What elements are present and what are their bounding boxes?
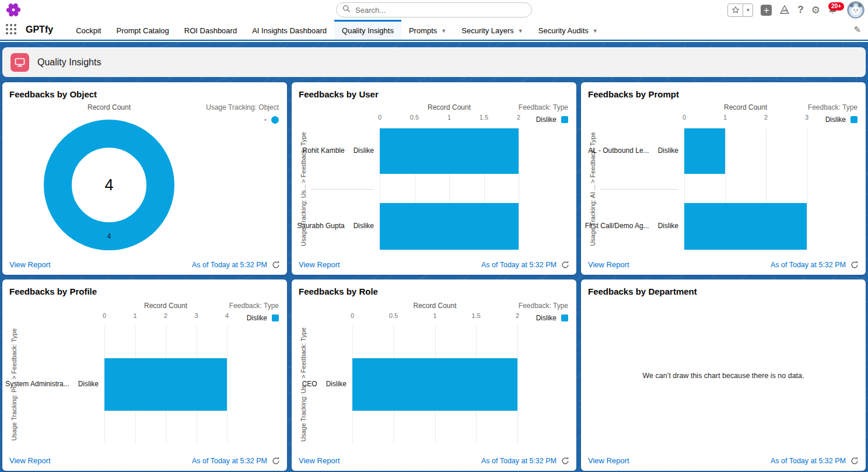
legend-item[interactable]: Dislike <box>247 314 279 322</box>
category-label: AL - Outbound Le...Dislike <box>581 146 678 155</box>
series-name: Dislike <box>354 146 374 155</box>
tab-security-layers[interactable]: Security Layers▼ <box>454 20 531 40</box>
refresh-icon[interactable] <box>850 261 859 269</box>
legend-title: Usage Tracking: Object <box>206 103 279 111</box>
refresh-icon[interactable] <box>561 457 569 465</box>
gridline <box>517 325 518 443</box>
category-name: First Call/Demo Ag... <box>585 222 649 230</box>
tab-quality-insights[interactable]: Quality Insights <box>334 20 401 40</box>
view-report-link[interactable]: View Report <box>299 260 340 269</box>
global-actions-button[interactable]: + <box>761 5 772 16</box>
view-report-link[interactable]: View Report <box>9 260 51 269</box>
axis-tick-label: 1 <box>133 312 136 319</box>
legend-item[interactable]: Dislike <box>825 116 858 124</box>
category-name: Rohit Kamble <box>303 146 345 155</box>
legend-swatch-square <box>561 314 568 321</box>
tab-roi-dashboard[interactable]: ROI Dashboard <box>177 20 244 40</box>
search-icon <box>342 5 351 15</box>
axis-tick-label: 0.5 <box>389 312 398 319</box>
card-footer: View Report As of Today at 5:32 PM <box>299 260 569 269</box>
category-name: CEO <box>302 380 317 388</box>
refresh-icon[interactable] <box>850 457 859 465</box>
gridline <box>807 128 807 250</box>
card-feedbacks-by-prompt: Feedbacks by Prompt Record CountFeedback… <box>581 82 866 275</box>
category-label: First Call/Demo Ag...Dislike <box>581 222 678 230</box>
app-name: GPTfy <box>26 25 53 35</box>
card-feedbacks-by-role: Feedbacks by Role Record CountFeedback: … <box>292 279 576 471</box>
legend-label: - <box>264 116 267 124</box>
view-report-link[interactable]: View Report <box>299 456 340 465</box>
axis-tick-label: 1 <box>447 114 451 121</box>
axis-tick-label: 0.5 <box>410 114 419 121</box>
series-name: Dislike <box>658 222 678 230</box>
legend-title: Feedback: Type <box>808 103 858 111</box>
tab-prompts[interactable]: Prompts▼ <box>401 20 454 40</box>
header-utility-icons: ▼ + ? ⚙ 20+ <box>727 0 864 20</box>
gridline <box>519 128 519 250</box>
favorites-star-button[interactable] <box>727 4 743 17</box>
bar-chart: Record CountFeedback: TypeDislikeUsage T… <box>292 82 576 275</box>
page-title: Quality Insights <box>37 57 101 68</box>
refresh-icon[interactable] <box>561 261 569 269</box>
setup-gear-icon[interactable]: ⚙ <box>811 4 820 16</box>
tab-cockpit[interactable]: Cockpit <box>68 20 108 40</box>
legend-title: Feedback: Type <box>519 302 568 310</box>
axis-tick-label: 3 <box>194 312 198 319</box>
axis-tick-label: 3 <box>805 114 808 121</box>
legend-item[interactable]: Dislike <box>536 116 568 124</box>
legend-item[interactable]: Dislike <box>536 314 568 322</box>
guidance-icon[interactable] <box>779 5 790 15</box>
card-feedbacks-by-user: Feedbacks by User Record CountFeedback: … <box>292 82 576 275</box>
app-nav-bar: GPTfy CockpitPrompt CatalogROI Dashboard… <box>0 20 868 41</box>
as-of-timestamp: As of Today at 5:32 PM <box>192 261 267 269</box>
refresh-icon[interactable] <box>272 261 280 269</box>
axis-tick-label: 2 <box>164 312 167 319</box>
favorites-dropdown-button[interactable]: ▼ <box>743 4 753 17</box>
bar-first-call-demo-ag-[interactable] <box>684 203 807 250</box>
dashboard-grid: Feedbacks by Object Record CountUsage Tr… <box>2 82 866 471</box>
axis-tick-label: 1.5 <box>480 114 488 121</box>
tab-ai-insights-dashboard[interactable]: AI Insights Dashboard <box>244 20 334 40</box>
refresh-icon[interactable] <box>272 457 280 465</box>
bar-saurabh-gupta[interactable] <box>380 203 519 250</box>
user-avatar[interactable] <box>847 1 864 19</box>
category-label: Saurabh GuptaDislike <box>292 222 374 230</box>
donut-total-value: 4 <box>104 176 113 194</box>
legend-swatch-circle <box>271 116 279 124</box>
category-label: System Administra...Dislike <box>2 380 99 388</box>
axis-tick-label: 1 <box>433 312 436 319</box>
category-divider <box>600 189 678 190</box>
legend-label: Dislike <box>825 116 846 124</box>
bar-rohit-kamble[interactable] <box>380 128 519 174</box>
edit-nav-pencil-icon[interactable]: ✎ <box>853 25 861 35</box>
card-footer: View Report As of Today at 5:32 PM <box>9 456 280 465</box>
category-divider <box>311 189 374 190</box>
axis-tick-label: 0 <box>378 114 382 121</box>
legend-label: Dislike <box>247 314 267 322</box>
search-input[interactable] <box>351 6 531 15</box>
axis-tick-label: 2 <box>764 114 768 121</box>
bar-ceo[interactable] <box>352 358 517 411</box>
card-footer: View Report As of Today at 5:32 PM <box>588 260 859 269</box>
axis-tick-label: 4 <box>225 312 229 319</box>
dashboard-content: Quality Insights Feedbacks by Object Rec… <box>0 42 868 472</box>
legend-item[interactable]: - <box>264 116 279 124</box>
view-report-link[interactable]: View Report <box>9 456 51 465</box>
bar-system-administra-[interactable] <box>104 358 227 411</box>
legend-label: Dislike <box>536 116 556 124</box>
gridline <box>227 325 228 443</box>
as-of-timestamp: As of Today at 5:32 PM <box>771 457 846 465</box>
help-button[interactable]: ? <box>797 4 803 16</box>
gptfy-logo-icon <box>5 1 22 19</box>
notifications-button[interactable]: 20+ <box>828 5 839 18</box>
tab-security-audits[interactable]: Security Audits▼ <box>531 20 606 40</box>
bar-al-outbound-le-[interactable] <box>684 128 725 174</box>
as-of-timestamp: As of Today at 5:32 PM <box>192 457 267 465</box>
tab-prompt-catalog[interactable]: Prompt Catalog <box>108 20 176 40</box>
view-report-link[interactable]: View Report <box>588 260 629 269</box>
card-feedbacks-by-object: Feedbacks by Object Record CountUsage Tr… <box>2 82 287 275</box>
chevron-down-icon: ▼ <box>518 28 523 34</box>
app-launcher-waffle-icon[interactable] <box>6 24 18 36</box>
view-report-link[interactable]: View Report <box>588 456 629 465</box>
axis-tick-label: 0 <box>351 312 354 319</box>
